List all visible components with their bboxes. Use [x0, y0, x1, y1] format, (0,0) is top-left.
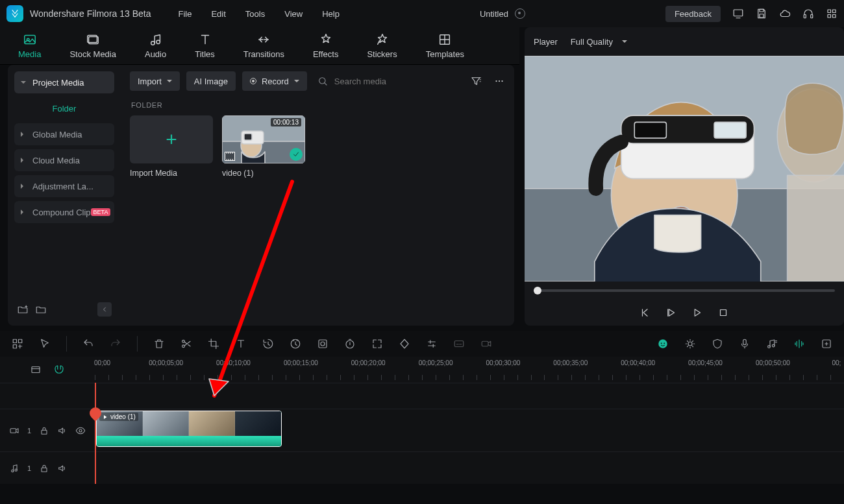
- tab-effects[interactable]: Effects: [313, 32, 339, 59]
- tick: 00;00;25;00: [419, 359, 453, 366]
- svg-rect-42: [319, 340, 327, 348]
- tab-templates[interactable]: Templates: [426, 32, 464, 59]
- video-track[interactable]: 1 video (1): [0, 409, 844, 451]
- lock-audio-icon[interactable]: [39, 463, 49, 474]
- sidebar-adjustment-layer[interactable]: Adjustment La...: [14, 175, 114, 197]
- plus-icon: +: [166, 128, 177, 150]
- sidebar-cloud-media[interactable]: Cloud Media: [14, 149, 114, 171]
- subtitle-icon[interactable]: [453, 338, 465, 350]
- tab-transitions[interactable]: Transitions: [243, 32, 284, 59]
- menu-bar: File Edit Tools View Help: [179, 9, 340, 19]
- menu-tools[interactable]: Tools: [245, 9, 265, 19]
- microphone-icon[interactable]: [739, 338, 751, 350]
- redo-icon[interactable]: [110, 338, 121, 350]
- sidebar-compound-clip[interactable]: Compound ClipBETA: [14, 201, 114, 223]
- crop-icon[interactable]: [208, 338, 219, 350]
- markers-icon[interactable]: [793, 338, 805, 350]
- playhead[interactable]: [95, 383, 96, 484]
- beta-badge: BETA: [91, 208, 111, 216]
- shield-icon[interactable]: [712, 338, 723, 350]
- svg-rect-38: [13, 345, 16, 348]
- filter-icon[interactable]: [470, 75, 482, 87]
- apps-grid-icon[interactable]: [826, 8, 838, 19]
- play-pause-button[interactable]: [665, 307, 677, 318]
- svg-point-53: [772, 344, 775, 347]
- svg-rect-57: [42, 430, 47, 434]
- search-media-input[interactable]: [333, 76, 450, 87]
- ai-tools-icon[interactable]: [657, 338, 669, 350]
- save-icon[interactable]: [756, 8, 767, 19]
- new-folder-icon[interactable]: [17, 304, 29, 315]
- adjust-icon[interactable]: [426, 338, 438, 350]
- prev-frame-button[interactable]: [639, 307, 651, 318]
- camera-tool-icon[interactable]: [480, 338, 492, 350]
- hide-track-icon[interactable]: [75, 426, 86, 436]
- ai-image-button[interactable]: AI Image: [186, 71, 236, 91]
- tick: 00;00: [94, 359, 110, 366]
- preview-viewport[interactable]: [525, 56, 844, 282]
- timeline-fit-icon[interactable]: [30, 364, 42, 376]
- expand-icon[interactable]: [371, 338, 383, 350]
- cloud-icon[interactable]: [779, 8, 791, 19]
- split-icon[interactable]: [180, 338, 192, 350]
- keyframe-icon[interactable]: [399, 338, 410, 350]
- tick: 00;00;45;00: [688, 359, 723, 366]
- undo-icon[interactable]: [82, 338, 94, 350]
- tab-titles[interactable]: Titles: [195, 32, 215, 59]
- timeline-ruler[interactable]: 00;00 00;00;05;00 00;00;10;00 00;00;15;0…: [0, 357, 844, 383]
- mute-track-icon[interactable]: [57, 426, 68, 436]
- sidebar-project-media[interactable]: Project Media: [14, 71, 114, 93]
- delete-icon[interactable]: [153, 338, 165, 350]
- color-tool-icon[interactable]: [317, 338, 329, 350]
- menu-file[interactable]: File: [179, 9, 192, 19]
- stop-button[interactable]: [717, 307, 729, 318]
- tab-stickers[interactable]: Stickers: [367, 32, 397, 59]
- collapse-sidebar-button[interactable]: [97, 302, 112, 317]
- select-tool-icon[interactable]: [39, 338, 51, 350]
- svg-rect-6: [833, 10, 836, 13]
- headphones-icon[interactable]: [802, 8, 814, 19]
- tab-audio[interactable]: Audio: [145, 32, 166, 59]
- audio-mix-icon[interactable]: [766, 338, 778, 350]
- svg-rect-56: [10, 428, 16, 433]
- document-title[interactable]: Untitled: [480, 9, 508, 19]
- tick: 00;00;10;00: [216, 359, 251, 366]
- folder-icon[interactable]: [35, 304, 47, 315]
- speed-history-icon[interactable]: [262, 338, 274, 350]
- import-dropdown[interactable]: Import: [130, 71, 180, 91]
- audio-track[interactable]: 1: [0, 451, 844, 484]
- player-quality-dropdown[interactable]: Full Quality: [571, 37, 627, 47]
- tab-media[interactable]: Media: [18, 32, 41, 59]
- sidebar-global-media[interactable]: Global Media: [14, 123, 114, 145]
- sidebar-folder[interactable]: Folder: [14, 97, 114, 119]
- add-track-icon[interactable]: [12, 338, 23, 350]
- menu-view[interactable]: View: [284, 9, 303, 19]
- preview-scrubber[interactable]: [525, 282, 844, 300]
- lock-track-icon[interactable]: [39, 426, 49, 436]
- svg-rect-7: [828, 15, 831, 18]
- menu-help[interactable]: Help: [322, 9, 340, 19]
- mute-audio-icon[interactable]: [57, 463, 68, 474]
- timeline-clip[interactable]: video (1): [96, 411, 282, 447]
- enhance-icon[interactable]: [684, 338, 696, 350]
- svg-point-52: [768, 346, 771, 348]
- media-clip-tile[interactable]: 00:00:13 video (1): [222, 115, 305, 178]
- feedback-button[interactable]: Feedback: [665, 6, 721, 22]
- render-icon[interactable]: [821, 338, 832, 350]
- monitor-icon[interactable]: [732, 8, 744, 19]
- timeline-toolbar: [0, 331, 844, 357]
- text-tool-icon[interactable]: [235, 338, 247, 350]
- more-options-icon[interactable]: [493, 75, 505, 87]
- search-icon: [317, 76, 328, 86]
- timer-icon[interactable]: [344, 338, 356, 350]
- menu-edit[interactable]: Edit: [211, 9, 225, 19]
- player-label[interactable]: Player: [534, 37, 558, 47]
- record-dropdown[interactable]: Record: [242, 71, 307, 91]
- import-media-tile[interactable]: + Import Media: [130, 115, 213, 178]
- snap-icon[interactable]: [53, 364, 65, 376]
- play-button[interactable]: [691, 307, 703, 318]
- svg-rect-61: [42, 468, 47, 472]
- unsaved-indicator-icon: [515, 8, 525, 19]
- tab-stock-media[interactable]: Stock Media: [69, 32, 116, 59]
- speed-icon[interactable]: [290, 338, 301, 350]
